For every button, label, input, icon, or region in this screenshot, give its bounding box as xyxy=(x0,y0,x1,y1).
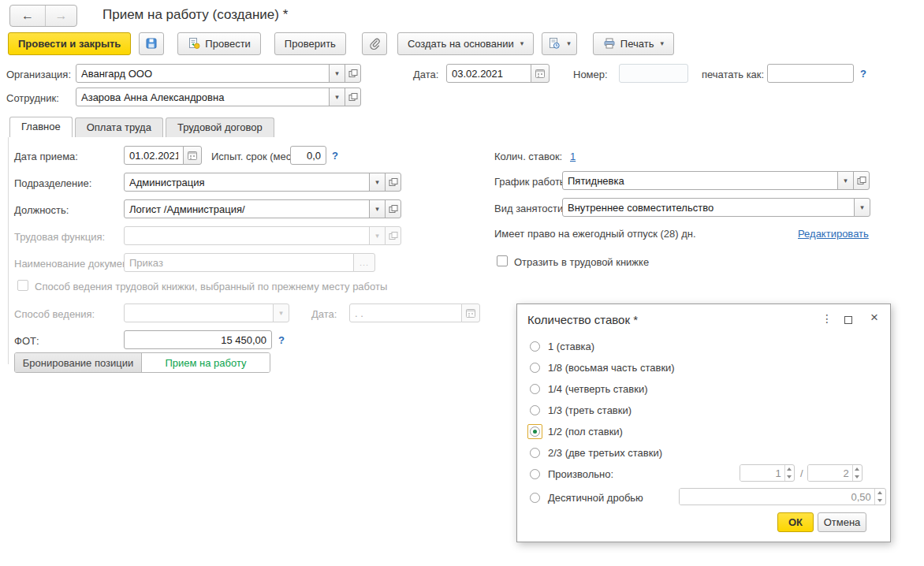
more-menu-icon[interactable]: ⋮ xyxy=(822,312,833,325)
option-label: 2/3 (две третьих ставки) xyxy=(548,447,662,459)
hire-date-input[interactable] xyxy=(124,146,184,165)
help-icon[interactable]: ? xyxy=(860,68,866,80)
option-row[interactable]: 1/2 (пол ставки) xyxy=(527,424,623,439)
radio-icon[interactable] xyxy=(530,405,540,415)
save-icon xyxy=(145,37,158,50)
help-icon[interactable]: ? xyxy=(278,334,285,346)
chevron-down-icon[interactable]: ▾ xyxy=(329,64,345,83)
tab-salary[interactable]: Оплата труда xyxy=(75,117,163,137)
hire-date-label: Дата приема: xyxy=(14,151,78,162)
attachments-button[interactable] xyxy=(362,32,387,55)
radio-icon[interactable] xyxy=(530,363,540,373)
chevron-down-icon[interactable]: ▾ xyxy=(369,199,386,218)
edit-vacation-link[interactable]: Редактировать xyxy=(798,228,869,240)
ellipsis-icon: ... xyxy=(353,253,375,272)
chevron-down-icon[interactable]: ▾ xyxy=(837,171,854,190)
spin-buttons xyxy=(784,465,794,481)
forward-icon[interactable]: → xyxy=(45,6,76,26)
close-icon[interactable]: × xyxy=(870,310,878,326)
employment-input[interactable] xyxy=(562,198,855,217)
page-title: Прием на работу (создание) * xyxy=(102,7,288,23)
option-row[interactable]: Произвольно: xyxy=(527,467,613,482)
check-button[interactable]: Проверить xyxy=(274,32,346,55)
calendar-icon[interactable] xyxy=(531,64,550,83)
open-list-icon[interactable] xyxy=(385,173,401,192)
option-label: 1/2 (пол ставки) xyxy=(548,426,623,438)
open-list-icon[interactable] xyxy=(345,88,361,106)
number-input xyxy=(619,64,688,83)
maximize-icon[interactable] xyxy=(844,315,852,326)
open-list-icon[interactable] xyxy=(385,199,401,218)
paperclip-icon xyxy=(368,37,381,50)
reserve-position-button[interactable]: Бронирование позиции xyxy=(15,353,141,372)
help-icon[interactable]: ? xyxy=(332,150,338,162)
rate-count-link[interactable]: 1 xyxy=(570,151,576,162)
option-row[interactable]: 1/3 (треть ставки) xyxy=(527,403,632,418)
radio-icon[interactable] xyxy=(530,426,540,437)
chevron-down-icon: ▾ xyxy=(520,39,524,47)
option-row[interactable]: 1 (ставка) xyxy=(527,339,594,354)
spin-down-icon[interactable] xyxy=(875,497,885,505)
organization-label: Организация: xyxy=(6,69,71,80)
open-list-icon[interactable] xyxy=(853,171,870,190)
organization-input[interactable] xyxy=(76,64,330,83)
decimal-input[interactable] xyxy=(680,489,874,505)
open-list-icon[interactable] xyxy=(345,64,361,83)
radio-icon[interactable] xyxy=(530,448,540,458)
option-row[interactable]: 2/3 (две третьих ставки) xyxy=(527,445,662,460)
numerator-stepper xyxy=(740,464,795,482)
job-function-input xyxy=(124,226,370,245)
nav-history-group: ← → xyxy=(9,5,77,27)
chevron-down-icon: ▾ xyxy=(273,303,289,322)
periodic-documents-button[interactable]: ▾ xyxy=(542,32,577,55)
radio-icon[interactable] xyxy=(530,341,540,352)
create-based-on-button[interactable]: Создать на основании ▾ xyxy=(397,32,534,55)
radio-icon[interactable] xyxy=(530,469,540,479)
tab-contract[interactable]: Трудовой договор xyxy=(166,117,274,137)
date-input[interactable] xyxy=(446,64,531,83)
spin-down-icon[interactable] xyxy=(853,473,862,481)
department-input[interactable] xyxy=(124,173,370,192)
chevron-down-icon[interactable]: ▾ xyxy=(329,88,345,106)
chevron-down-icon: ▾ xyxy=(369,226,386,245)
print-button-label: Печать xyxy=(620,38,654,50)
reflect-workbook-label: Отразить в трудовой книжке xyxy=(514,256,649,268)
option-row[interactable]: 1/8 (восьмая часть ставки) xyxy=(527,360,675,375)
spin-down-icon[interactable] xyxy=(785,473,794,481)
radio-icon[interactable] xyxy=(530,384,540,394)
check-button-label: Проверить xyxy=(285,38,336,50)
post-and-close-button[interactable]: Провести и закрыть xyxy=(8,32,131,55)
probation-input[interactable] xyxy=(290,146,326,165)
numerator-input[interactable] xyxy=(740,465,784,481)
reflect-workbook-checkbox[interactable] xyxy=(497,255,508,266)
schedule-input[interactable] xyxy=(562,171,838,190)
denominator-stepper xyxy=(807,464,863,482)
open-list-icon xyxy=(385,226,401,245)
cancel-button[interactable]: Отмена xyxy=(818,512,866,532)
option-row[interactable]: Десятичной дробью xyxy=(527,490,643,505)
radio-icon[interactable] xyxy=(530,493,540,503)
option-row[interactable]: 1/4 (четверть ставки) xyxy=(527,382,648,397)
spin-up-icon[interactable] xyxy=(875,489,885,497)
hire-button[interactable]: Прием на работу xyxy=(141,353,270,372)
workbook-method-checkbox xyxy=(17,280,28,291)
chevron-down-icon[interactable]: ▾ xyxy=(369,173,386,192)
save-button[interactable] xyxy=(139,32,164,55)
employee-input[interactable] xyxy=(76,88,330,106)
employment-label: Вид занятости: xyxy=(494,203,566,214)
tab-main[interactable]: Главное xyxy=(9,117,73,137)
spin-up-icon[interactable] xyxy=(853,465,862,473)
fot-input[interactable] xyxy=(124,330,272,349)
rate-count-dialog: Количество ставок * ⋮ × 1 (ставка) 1/8 (… xyxy=(516,303,891,542)
print-button[interactable]: Печать ▾ xyxy=(593,32,674,55)
post-button[interactable]: Провести xyxy=(177,32,261,55)
calendar-icon[interactable] xyxy=(183,146,202,165)
back-icon[interactable]: ← xyxy=(10,6,45,26)
ok-button[interactable]: ОК xyxy=(777,512,814,532)
denominator-input[interactable] xyxy=(808,465,852,481)
chevron-down-icon[interactable]: ▾ xyxy=(854,198,870,217)
doc-name-input xyxy=(124,253,354,272)
spin-up-icon[interactable] xyxy=(785,465,794,473)
print-as-input[interactable] xyxy=(767,64,854,83)
position-input[interactable] xyxy=(124,199,370,218)
